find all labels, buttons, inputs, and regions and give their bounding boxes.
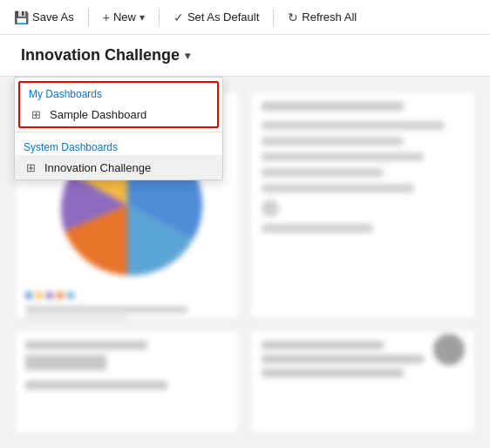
- dot-blue: [25, 292, 32, 299]
- dashboard-title: Innovation Challenge: [21, 46, 180, 64]
- plus-icon: +: [103, 10, 110, 24]
- save-as-label: Save As: [32, 10, 74, 24]
- dashboard-grid-icon: ⊞: [29, 107, 43, 121]
- bottom-left-detail: [25, 381, 167, 390]
- stat-line-2: [262, 137, 404, 146]
- bottom-left-value: [25, 355, 106, 370]
- dashboard-title-button[interactable]: Innovation Challenge ▾: [14, 43, 197, 68]
- save-icon: 💾: [14, 10, 29, 24]
- avatar: [433, 334, 465, 365]
- dot-yellow: [36, 292, 43, 299]
- dashboard-title-bar: Innovation Challenge ▾: [0, 35, 490, 77]
- bottom-right-card: [250, 329, 476, 434]
- dot-lightblue: [67, 292, 74, 299]
- innovation-challenge-item[interactable]: ⊞ Innovation Challenge: [15, 155, 222, 180]
- set-as-default-label: Set As Default: [187, 10, 259, 24]
- stat-line-1: [262, 121, 445, 130]
- refresh-icon: ↻: [288, 10, 298, 24]
- dropdown-divider: [15, 132, 222, 132]
- bottom-left-title: [25, 341, 147, 350]
- legend-dots: [25, 292, 228, 299]
- set-as-default-button[interactable]: ✓ Set As Default: [167, 7, 266, 28]
- innovation-challenge-label: Innovation Challenge: [44, 161, 151, 174]
- new-button[interactable]: + New ▾: [96, 7, 152, 28]
- stat-line-5: [262, 184, 414, 193]
- toolbar-divider-2: [159, 9, 160, 26]
- system-dashboards-label[interactable]: System Dashboards: [15, 136, 222, 155]
- toolbar-divider-3: [273, 9, 274, 26]
- stat-line-4: [262, 168, 384, 177]
- sample-dashboard-label: Sample Dashboard: [50, 108, 146, 121]
- dashboard-chevron-icon: ▾: [185, 50, 190, 62]
- my-dashboards-section: My Dashboards ⊞ Sample Dashboard: [18, 81, 219, 128]
- dashboard-dropdown: My Dashboards ⊞ Sample Dashboard System …: [14, 77, 223, 180]
- refresh-all-button[interactable]: ↻ Refresh All: [281, 7, 364, 28]
- bottom-right-detail-1: [262, 355, 424, 363]
- my-dashboards-label[interactable]: My Dashboards: [20, 83, 217, 102]
- bottom-left-card: [14, 329, 240, 434]
- toolbar: 💾 Save As + New ▾ ✓ Set As Default ↻ Ref…: [0, 0, 490, 35]
- new-chevron-icon: ▾: [140, 11, 145, 24]
- check-icon: ✓: [174, 10, 184, 24]
- bottom-right-title: [262, 341, 384, 350]
- innovation-dashboard-icon: ⊞: [24, 160, 37, 174]
- dot-purple: [46, 292, 53, 299]
- system-dashboards-section: System Dashboards ⊞ Innovation Challenge: [15, 136, 222, 180]
- sample-dashboard-item[interactable]: ⊞ Sample Dashboard: [20, 102, 217, 126]
- stat-line-6: [262, 224, 373, 233]
- bottom-right-detail-2: [262, 369, 404, 377]
- dot-orange: [57, 292, 64, 299]
- toolbar-divider-1: [88, 9, 89, 26]
- stat-line-3: [262, 153, 424, 161]
- refresh-all-label: Refresh All: [302, 10, 357, 24]
- save-as-button[interactable]: 💾 Save As: [7, 7, 81, 28]
- new-label: New: [113, 10, 136, 24]
- stats-card: [250, 91, 476, 319]
